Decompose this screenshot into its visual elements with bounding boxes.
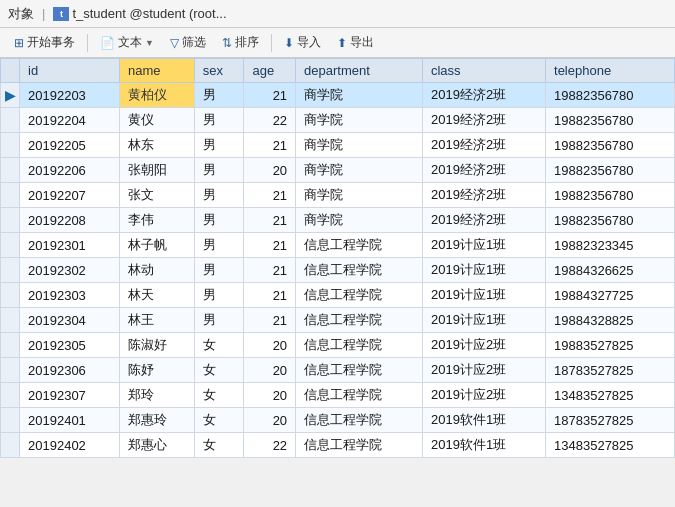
cell-class: 2019经济2班 xyxy=(422,183,545,208)
cell-class: 2019计应2班 xyxy=(422,383,545,408)
table-row[interactable]: 20192303林天男21信息工程学院2019计应1班19884327725 xyxy=(1,283,675,308)
table-row[interactable]: 20192402郑惠心女22信息工程学院2019软件1班13483527825 xyxy=(1,433,675,458)
table-row[interactable]: 20192205林东男21商学院2019经济2班19882356780 xyxy=(1,133,675,158)
cell-telephone: 19882356780 xyxy=(546,133,675,158)
sort-icon: ⇅ xyxy=(222,36,232,50)
cell-sex: 男 xyxy=(194,208,244,233)
sort-btn-label: 排序 xyxy=(235,34,259,51)
cell-id: 20192301 xyxy=(20,233,120,258)
cell-name: 林子帆 xyxy=(119,233,194,258)
table-row[interactable]: ▶20192203黄柏仪男21商学院2019经济2班19882356780 xyxy=(1,83,675,108)
table-row[interactable]: 20192306陈妤女20信息工程学院2019计应2班18783527825 xyxy=(1,358,675,383)
cell-name: 林天 xyxy=(119,283,194,308)
table-row[interactable]: 20192305陈淑好女20信息工程学院2019计应2班19883527825 xyxy=(1,333,675,358)
cell-age: 21 xyxy=(244,283,296,308)
table-row[interactable]: 20192301林子帆男21信息工程学院2019计应1班19882323345 xyxy=(1,233,675,258)
cell-id: 20192307 xyxy=(20,383,120,408)
cell-age: 21 xyxy=(244,183,296,208)
title-separator: | xyxy=(42,6,45,21)
export-btn-label: 导出 xyxy=(350,34,374,51)
row-indicator xyxy=(1,233,20,258)
import-button[interactable]: ⬇ 导入 xyxy=(278,32,327,53)
sort-button[interactable]: ⇅ 排序 xyxy=(216,32,265,53)
col-header-id[interactable]: id xyxy=(20,59,120,83)
cell-name: 陈淑好 xyxy=(119,333,194,358)
cell-telephone: 19884328825 xyxy=(546,308,675,333)
cell-department: 商学院 xyxy=(296,158,423,183)
cell-age: 20 xyxy=(244,408,296,433)
cell-telephone: 13483527825 xyxy=(546,383,675,408)
row-indicator xyxy=(1,258,20,283)
cell-id: 20192401 xyxy=(20,408,120,433)
cell-telephone: 18783527825 xyxy=(546,358,675,383)
row-indicator xyxy=(1,308,20,333)
cell-id: 20192204 xyxy=(20,108,120,133)
col-header-age[interactable]: age xyxy=(244,59,296,83)
cell-sex: 男 xyxy=(194,233,244,258)
cell-sex: 女 xyxy=(194,433,244,458)
export-button[interactable]: ⬆ 导出 xyxy=(331,32,380,53)
col-header-name[interactable]: name xyxy=(119,59,194,83)
separator-2 xyxy=(271,34,272,52)
transaction-icon: ⊞ xyxy=(14,36,24,50)
cell-department: 商学院 xyxy=(296,83,423,108)
cell-department: 信息工程学院 xyxy=(296,283,423,308)
cell-department: 商学院 xyxy=(296,133,423,158)
table-row[interactable]: 20192207张文男21商学院2019经济2班19882356780 xyxy=(1,183,675,208)
cell-age: 21 xyxy=(244,208,296,233)
row-indicator xyxy=(1,408,20,433)
cell-age: 21 xyxy=(244,233,296,258)
cell-telephone: 19882356780 xyxy=(546,208,675,233)
cell-telephone: 13483527825 xyxy=(546,433,675,458)
filter-button[interactable]: ▽ 筛选 xyxy=(164,32,212,53)
cell-age: 21 xyxy=(244,83,296,108)
cell-telephone: 19882356780 xyxy=(546,183,675,208)
cell-telephone: 19882356780 xyxy=(546,108,675,133)
cell-class: 2019计应2班 xyxy=(422,358,545,383)
cell-age: 21 xyxy=(244,258,296,283)
title-bar: 对象 | t t_student @student (root... xyxy=(0,0,675,28)
cell-id: 20192205 xyxy=(20,133,120,158)
cell-department: 商学院 xyxy=(296,183,423,208)
cell-name: 黄柏仪 xyxy=(119,83,194,108)
table-row[interactable]: 20192208李伟男21商学院2019经济2班19882356780 xyxy=(1,208,675,233)
col-header-sex[interactable]: sex xyxy=(194,59,244,83)
cell-name: 林动 xyxy=(119,258,194,283)
row-indicator xyxy=(1,108,20,133)
cell-name: 张朝阳 xyxy=(119,158,194,183)
table-row[interactable]: 20192304林王男21信息工程学院2019计应1班19884328825 xyxy=(1,308,675,333)
begin-transaction-button[interactable]: ⊞ 开始事务 xyxy=(8,32,81,53)
col-header-department[interactable]: department xyxy=(296,59,423,83)
cell-class: 2019软件1班 xyxy=(422,433,545,458)
cell-department: 信息工程学院 xyxy=(296,308,423,333)
cell-class: 2019计应1班 xyxy=(422,233,545,258)
text-btn-label: 文本 xyxy=(118,34,142,51)
row-indicator xyxy=(1,283,20,308)
table-row[interactable]: 20192307郑玲女20信息工程学院2019计应2班13483527825 xyxy=(1,383,675,408)
export-icon: ⬆ xyxy=(337,36,347,50)
table-header-row: id name sex age department class telepho… xyxy=(1,59,675,83)
table-row[interactable]: 20192401郑惠玲女20信息工程学院2019软件1班18783527825 xyxy=(1,408,675,433)
cell-department: 商学院 xyxy=(296,208,423,233)
table-title: t_student @student (root... xyxy=(72,6,226,21)
cell-age: 20 xyxy=(244,358,296,383)
cell-name: 黄仪 xyxy=(119,108,194,133)
cell-class: 2019软件1班 xyxy=(422,408,545,433)
table-row[interactable]: 20192302林动男21信息工程学院2019计应1班19884326625 xyxy=(1,258,675,283)
row-indicator xyxy=(1,208,20,233)
cell-age: 20 xyxy=(244,158,296,183)
table-row[interactable]: 20192206张朝阳男20商学院2019经济2班19882356780 xyxy=(1,158,675,183)
cell-age: 20 xyxy=(244,333,296,358)
col-header-telephone[interactable]: telephone xyxy=(546,59,675,83)
col-header-class[interactable]: class xyxy=(422,59,545,83)
text-button[interactable]: 📄 文本 ▼ xyxy=(94,32,160,53)
cell-department: 信息工程学院 xyxy=(296,333,423,358)
cell-age: 21 xyxy=(244,133,296,158)
cell-id: 20192303 xyxy=(20,283,120,308)
cell-sex: 女 xyxy=(194,333,244,358)
table-row[interactable]: 20192204黄仪男22商学院2019经济2班19882356780 xyxy=(1,108,675,133)
cell-id: 20192305 xyxy=(20,333,120,358)
cell-telephone: 18783527825 xyxy=(546,408,675,433)
cell-id: 20192203 xyxy=(20,83,120,108)
cell-sex: 女 xyxy=(194,383,244,408)
